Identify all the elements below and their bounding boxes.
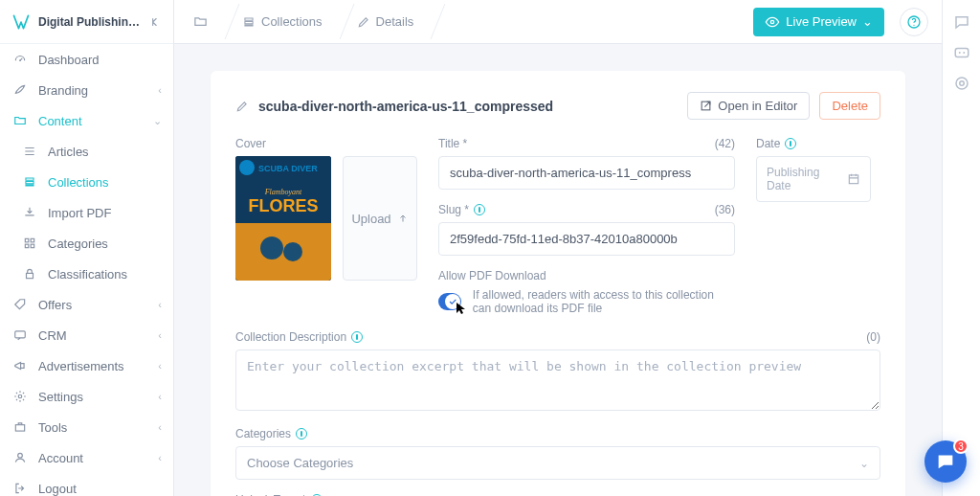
svg-point-10 xyxy=(771,20,774,23)
delete-button[interactable]: Delete xyxy=(819,92,880,120)
svg-text:SCUBA DIVER: SCUBA DIVER xyxy=(258,164,318,173)
svg-point-20 xyxy=(260,237,283,259)
chat-icon xyxy=(935,451,956,472)
sidebar-item-articles[interactable]: Articles xyxy=(0,136,173,167)
main: Collections Details Live Preview ⌄ xyxy=(174,0,942,496)
svg-point-12 xyxy=(913,24,914,25)
stack-icon xyxy=(242,15,256,29)
sidebar-item-import-pdf[interactable]: Import PDF xyxy=(0,197,173,228)
svg-rect-3 xyxy=(25,244,29,247)
content: scuba-diver-north-america-us-11_compress… xyxy=(174,44,942,496)
import-icon xyxy=(21,206,38,219)
svg-rect-1 xyxy=(25,238,29,242)
sidebar-label: Tools xyxy=(38,420,158,435)
chevron-left-icon: ‹ xyxy=(158,391,162,402)
cursor-icon xyxy=(456,302,467,315)
svg-point-27 xyxy=(959,81,964,86)
svg-point-24 xyxy=(958,52,960,54)
sidebar-label: Categories xyxy=(48,237,162,251)
upload-cover-button[interactable]: Upload xyxy=(343,156,417,281)
sidebar-label: Dashboard xyxy=(38,53,162,67)
sidebar-item-logout[interactable]: Logout xyxy=(0,473,173,496)
sidebar-item-tools[interactable]: Tools ‹ xyxy=(0,412,173,442)
chevron-down-icon: ⌄ xyxy=(862,14,873,29)
title-label: Title * xyxy=(438,137,467,150)
svg-rect-22 xyxy=(849,175,858,184)
breadcrumb-collections[interactable]: Collections xyxy=(229,0,340,43)
external-icon xyxy=(700,100,712,112)
title-input[interactable] xyxy=(438,156,735,190)
breadcrumb-label: Collections xyxy=(261,14,323,29)
brand: Digital Publishing H... xyxy=(0,0,173,44)
calendar-icon xyxy=(847,172,860,186)
info-icon[interactable] xyxy=(351,331,363,343)
cover-thumbnail[interactable]: SCUBA DIVER Flamboyant FLORES xyxy=(235,156,331,281)
chat-icon-small xyxy=(11,328,29,342)
collapse-sidebar-icon[interactable] xyxy=(148,15,162,29)
upload-icon xyxy=(397,213,409,224)
eye-icon xyxy=(765,14,780,30)
description-textarea[interactable] xyxy=(235,349,880,411)
svg-point-7 xyxy=(18,395,22,398)
folder-icon xyxy=(193,14,208,29)
sidebar-item-ads[interactable]: Advertisements ‹ xyxy=(0,350,173,381)
lock-icon xyxy=(21,267,38,281)
sidebar-item-crm[interactable]: CRM ‹ xyxy=(0,320,173,350)
chat-badge: 3 xyxy=(953,439,969,454)
sidebar-label: Collections xyxy=(48,175,162,190)
svg-rect-8 xyxy=(15,425,24,431)
card-title-text: scuba-diver-north-america-us-11_compress… xyxy=(258,99,553,114)
svg-point-9 xyxy=(18,453,23,458)
sidebar-item-offers[interactable]: Offers ‹ xyxy=(0,289,173,320)
discord-icon[interactable] xyxy=(953,44,970,61)
svg-text:FLORES: FLORES xyxy=(248,196,318,215)
sidebar-item-collections[interactable]: Collections xyxy=(0,167,173,197)
sidebar: Digital Publishing H... Dashboard Brandi… xyxy=(0,0,174,496)
svg-point-25 xyxy=(963,52,965,54)
right-rail xyxy=(942,0,980,496)
megaphone-icon xyxy=(11,359,29,372)
slug-input[interactable] xyxy=(438,222,735,256)
help-button[interactable] xyxy=(900,8,928,36)
categories-label: Categories xyxy=(235,427,291,440)
sidebar-item-account[interactable]: Account ‹ xyxy=(0,442,173,473)
description-char-count: (0) xyxy=(866,330,880,344)
comment-icon[interactable] xyxy=(953,13,970,31)
sidebar-label: Logout xyxy=(38,482,162,496)
chat-launcher[interactable]: 3 xyxy=(924,440,967,483)
sidebar-label: Branding xyxy=(38,83,158,98)
svg-rect-4 xyxy=(31,244,34,247)
tag-icon xyxy=(11,298,29,311)
open-editor-button[interactable]: Open in Editor xyxy=(687,92,810,120)
title-char-count: (42) xyxy=(715,137,735,150)
target-icon[interactable] xyxy=(953,75,970,92)
info-icon[interactable] xyxy=(296,428,307,440)
breadcrumb-label: Details xyxy=(376,14,414,29)
brand-name: Digital Publishing H... xyxy=(38,15,141,29)
sidebar-item-content[interactable]: Content ⌄ xyxy=(0,105,173,136)
categories-select[interactable]: Choose Categories ⌄ xyxy=(235,446,880,480)
sidebar-item-settings[interactable]: Settings ‹ xyxy=(0,381,173,412)
chevron-left-icon: ‹ xyxy=(158,360,162,372)
info-icon[interactable] xyxy=(474,204,485,215)
description-label: Collection Description xyxy=(235,330,346,344)
list-icon xyxy=(21,145,38,158)
sidebar-item-categories[interactable]: Categories xyxy=(0,228,173,259)
breadcrumb-details[interactable]: Details xyxy=(344,0,432,43)
sidebar-item-classifications[interactable]: Classifications xyxy=(0,259,173,289)
pencil-icon xyxy=(235,100,249,113)
allow-pdf-hint: If allowed, readers with access to this … xyxy=(473,288,735,315)
upload-label: Upload xyxy=(351,212,390,226)
sidebar-label: Content xyxy=(38,114,153,128)
svg-text:Flamboyant: Flamboyant xyxy=(264,188,302,196)
categories-placeholder: Choose Categories xyxy=(247,456,353,470)
sidebar-item-dashboard[interactable]: Dashboard xyxy=(0,44,173,75)
sidebar-item-branding[interactable]: Branding ‹ xyxy=(0,75,173,105)
question-icon xyxy=(906,14,922,30)
breadcrumb-root[interactable] xyxy=(180,0,225,43)
date-picker[interactable]: Publishing Date xyxy=(756,156,871,202)
date-label: Date xyxy=(756,137,780,150)
info-icon[interactable] xyxy=(785,138,796,149)
live-preview-button[interactable]: Live Preview ⌄ xyxy=(753,8,884,36)
sidebar-label: Articles xyxy=(48,145,162,159)
